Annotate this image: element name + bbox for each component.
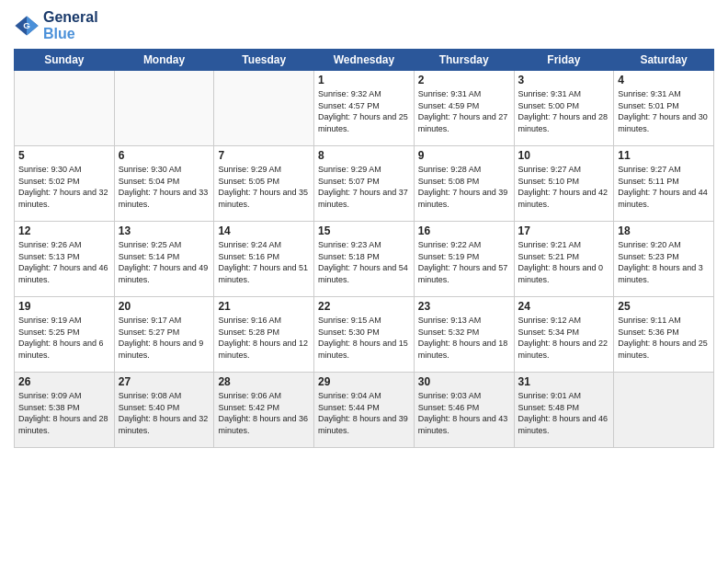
calendar-cell: 8Sunrise: 9:29 AMSunset: 5:07 PMDaylight… [314,146,415,222]
calendar-cell: 10Sunrise: 9:27 AMSunset: 5:10 PMDayligh… [514,146,614,222]
calendar-cell: 24Sunrise: 9:12 AMSunset: 5:34 PMDayligh… [514,297,614,373]
cell-sun-info: Sunrise: 9:27 AMSunset: 5:10 PMDaylight:… [518,164,610,210]
day-number: 10 [518,149,610,162]
cell-sun-info: Sunrise: 9:08 AMSunset: 5:40 PMDaylight:… [119,390,210,436]
calendar-cell: 25Sunrise: 9:11 AMSunset: 5:36 PMDayligh… [614,297,714,373]
calendar-cell [214,71,314,146]
calendar-cell: 15Sunrise: 9:23 AMSunset: 5:18 PMDayligh… [314,222,415,297]
day-number: 5 [18,149,110,162]
day-number: 20 [119,300,210,313]
calendar-cell: 16Sunrise: 9:22 AMSunset: 5:19 PMDayligh… [414,222,514,297]
cell-sun-info: Sunrise: 9:19 AMSunset: 5:25 PMDaylight:… [18,315,110,361]
calendar-cell: 11Sunrise: 9:27 AMSunset: 5:11 PMDayligh… [614,146,714,222]
day-number: 3 [518,74,610,86]
day-number: 26 [18,375,110,388]
cell-sun-info: Sunrise: 9:04 AMSunset: 5:44 PMDaylight:… [318,390,410,436]
cell-sun-info: Sunrise: 9:23 AMSunset: 5:18 PMDaylight:… [318,239,410,285]
calendar-cell: 9Sunrise: 9:28 AMSunset: 5:08 PMDaylight… [414,146,514,222]
day-number: 25 [618,300,710,313]
day-number: 9 [418,149,510,162]
calendar-cell: 27Sunrise: 9:08 AMSunset: 5:40 PMDayligh… [114,373,214,448]
cell-sun-info: Sunrise: 9:29 AMSunset: 5:07 PMDaylight:… [318,164,410,210]
day-number: 28 [218,375,310,388]
day-number: 27 [119,375,210,388]
cell-sun-info: Sunrise: 9:30 AMSunset: 5:04 PMDaylight:… [119,164,210,210]
week-row-2: 5Sunrise: 9:30 AMSunset: 5:02 PMDaylight… [15,146,714,222]
day-number: 31 [518,375,610,388]
weekday-tuesday: Tuesday [214,50,314,71]
cell-sun-info: Sunrise: 9:31 AMSunset: 5:01 PMDaylight:… [618,88,710,134]
weekday-header-row: SundayMondayTuesdayWednesdayThursdayFrid… [15,50,714,71]
logo-icon: G [14,13,40,39]
day-number: 14 [218,224,310,237]
calendar-cell: 2Sunrise: 9:31 AMSunset: 4:59 PMDaylight… [414,71,514,146]
cell-sun-info: Sunrise: 9:24 AMSunset: 5:16 PMDaylight:… [218,239,310,285]
cell-sun-info: Sunrise: 9:28 AMSunset: 5:08 PMDaylight:… [418,164,510,210]
calendar-cell: 23Sunrise: 9:13 AMSunset: 5:32 PMDayligh… [414,297,514,373]
cell-sun-info: Sunrise: 9:06 AMSunset: 5:42 PMDaylight:… [218,390,310,436]
day-number: 22 [318,300,410,313]
cell-sun-info: Sunrise: 9:16 AMSunset: 5:28 PMDaylight:… [218,315,310,361]
calendar-cell: 3Sunrise: 9:31 AMSunset: 5:00 PMDaylight… [514,71,614,146]
svg-text:G: G [23,19,30,29]
calendar-cell: 30Sunrise: 9:03 AMSunset: 5:46 PMDayligh… [414,373,514,448]
day-number: 1 [318,74,410,86]
calendar-cell: 18Sunrise: 9:20 AMSunset: 5:23 PMDayligh… [614,222,714,297]
cell-sun-info: Sunrise: 9:25 AMSunset: 5:14 PMDaylight:… [119,239,210,285]
weekday-sunday: Sunday [15,50,115,71]
day-number: 6 [119,149,210,162]
calendar-cell: 21Sunrise: 9:16 AMSunset: 5:28 PMDayligh… [214,297,314,373]
calendar-cell [614,373,714,448]
cell-sun-info: Sunrise: 9:09 AMSunset: 5:38 PMDaylight:… [18,390,110,436]
day-number: 7 [218,149,310,162]
day-number: 19 [18,300,110,313]
calendar-cell: 6Sunrise: 9:30 AMSunset: 5:04 PMDaylight… [114,146,214,222]
cell-sun-info: Sunrise: 9:32 AMSunset: 4:57 PMDaylight:… [318,88,410,134]
calendar-cell: 5Sunrise: 9:30 AMSunset: 5:02 PMDaylight… [15,146,115,222]
calendar-cell: 22Sunrise: 9:15 AMSunset: 5:30 PMDayligh… [314,297,415,373]
calendar-cell [15,71,115,146]
day-number: 12 [18,224,110,237]
cell-sun-info: Sunrise: 9:13 AMSunset: 5:32 PMDaylight:… [418,315,510,361]
weekday-wednesday: Wednesday [314,50,415,71]
day-number: 11 [618,149,710,162]
calendar-cell: 20Sunrise: 9:17 AMSunset: 5:27 PMDayligh… [114,297,214,373]
weekday-friday: Friday [514,50,614,71]
calendar-cell: 26Sunrise: 9:09 AMSunset: 5:38 PMDayligh… [15,373,115,448]
day-number: 13 [119,224,210,237]
calendar-cell: 12Sunrise: 9:26 AMSunset: 5:13 PMDayligh… [15,222,115,297]
calendar-cell: 7Sunrise: 9:29 AMSunset: 5:05 PMDaylight… [214,146,314,222]
calendar-cell [114,71,214,146]
cell-sun-info: Sunrise: 9:27 AMSunset: 5:11 PMDaylight:… [618,164,710,210]
day-number: 4 [618,74,710,86]
cell-sun-info: Sunrise: 9:29 AMSunset: 5:05 PMDaylight:… [218,164,310,210]
cell-sun-info: Sunrise: 9:26 AMSunset: 5:13 PMDaylight:… [18,239,110,285]
cell-sun-info: Sunrise: 9:12 AMSunset: 5:34 PMDaylight:… [518,315,610,361]
logo: G General Blue [14,9,98,41]
calendar-cell: 19Sunrise: 9:19 AMSunset: 5:25 PMDayligh… [15,297,115,373]
calendar-cell: 4Sunrise: 9:31 AMSunset: 5:01 PMDaylight… [614,71,714,146]
calendar-cell: 14Sunrise: 9:24 AMSunset: 5:16 PMDayligh… [214,222,314,297]
cell-sun-info: Sunrise: 9:21 AMSunset: 5:21 PMDaylight:… [518,239,610,285]
calendar-cell: 17Sunrise: 9:21 AMSunset: 5:21 PMDayligh… [514,222,614,297]
week-row-5: 26Sunrise: 9:09 AMSunset: 5:38 PMDayligh… [15,373,714,448]
day-number: 21 [218,300,310,313]
cell-sun-info: Sunrise: 9:17 AMSunset: 5:27 PMDaylight:… [119,315,210,361]
day-number: 15 [318,224,410,237]
day-number: 23 [418,300,510,313]
day-number: 17 [518,224,610,237]
cell-sun-info: Sunrise: 9:30 AMSunset: 5:02 PMDaylight:… [18,164,110,210]
header: G General Blue [14,9,714,41]
logo-text: General Blue [43,9,98,41]
calendar-cell: 31Sunrise: 9:01 AMSunset: 5:48 PMDayligh… [514,373,614,448]
day-number: 18 [618,224,710,237]
week-row-1: 1Sunrise: 9:32 AMSunset: 4:57 PMDaylight… [15,71,714,146]
day-number: 2 [418,74,510,86]
calendar-cell: 29Sunrise: 9:04 AMSunset: 5:44 PMDayligh… [314,373,415,448]
calendar-cell: 13Sunrise: 9:25 AMSunset: 5:14 PMDayligh… [114,222,214,297]
weekday-saturday: Saturday [614,50,714,71]
weekday-thursday: Thursday [414,50,514,71]
cell-sun-info: Sunrise: 9:03 AMSunset: 5:46 PMDaylight:… [418,390,510,436]
cell-sun-info: Sunrise: 9:20 AMSunset: 5:23 PMDaylight:… [618,239,710,285]
week-row-3: 12Sunrise: 9:26 AMSunset: 5:13 PMDayligh… [15,222,714,297]
